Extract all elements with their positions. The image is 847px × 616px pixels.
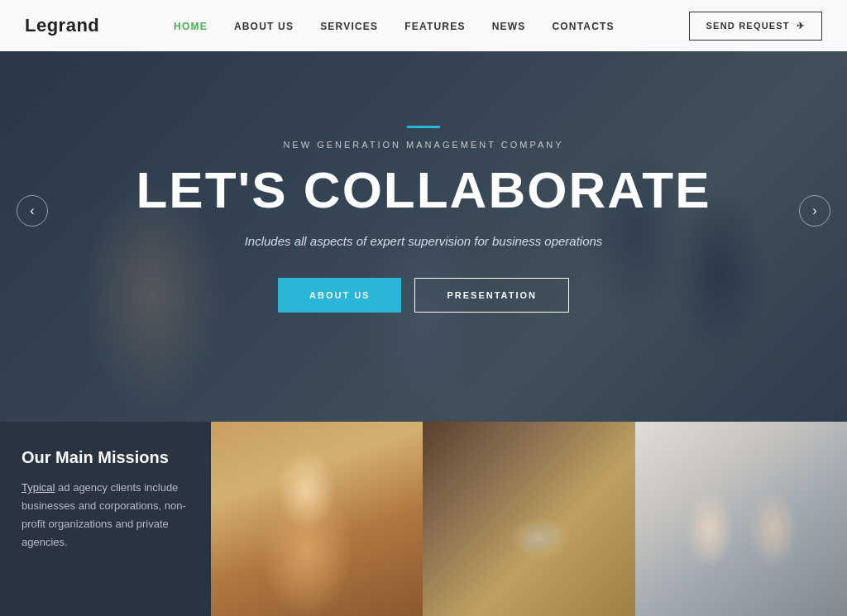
photo-woman-phone — [211, 422, 423, 616]
nav-item-news[interactable]: NEWS — [492, 18, 526, 33]
navbar: Legrand HOME ABOUT US SERVICES FEATURES … — [0, 0, 847, 51]
nav-link-home[interactable]: HOME — [174, 21, 208, 32]
photo-handshake — [635, 422, 847, 616]
hero-cta-group: ABOUT US PRESENTATION — [278, 278, 569, 313]
brand-logo[interactable]: Legrand — [25, 15, 99, 36]
nav-item-about[interactable]: ABOUT US — [234, 18, 294, 33]
photo-woman-bg — [211, 422, 423, 616]
send-request-label: SEND REQUEST — [706, 21, 790, 31]
nav-link-contacts[interactable]: CONTACTS — [552, 21, 614, 32]
nav-link-about[interactable]: ABOUT US — [234, 21, 294, 32]
photo-watch-bg — [423, 422, 634, 616]
chevron-left-icon: ‹ — [30, 203, 34, 218]
send-icon: ✈ — [797, 21, 805, 31]
hero-description: Includes all aspects of expert supervisi… — [245, 234, 603, 248]
nav-item-home[interactable]: HOME — [174, 18, 208, 33]
bottom-section: Our Main Missions Typical ad agency clie… — [0, 422, 847, 616]
missions-title: Our Main Missions — [22, 448, 189, 467]
photo-handshake-bg — [635, 422, 847, 616]
carousel-next-button[interactable]: › — [799, 195, 830, 227]
missions-text: Typical ad agency clients include busine… — [22, 479, 189, 552]
hero-section: ‹ › NEW GENERATION MANAGEMENT COMPANY LE… — [0, 0, 847, 422]
nav-item-contacts[interactable]: CONTACTS — [552, 18, 614, 33]
missions-panel: Our Main Missions Typical ad agency clie… — [0, 422, 211, 616]
photo-grid — [211, 422, 847, 616]
about-us-button[interactable]: ABOUT US — [278, 278, 401, 313]
hero-content: NEW GENERATION MANAGEMENT COMPANY LET'S … — [0, 0, 847, 422]
nav-links: HOME ABOUT US SERVICES FEATURES NEWS CON… — [174, 18, 615, 33]
hero-subtitle: NEW GENERATION MANAGEMENT COMPANY — [283, 140, 563, 150]
presentation-button[interactable]: PRESENTATION — [414, 278, 569, 313]
nav-link-news[interactable]: NEWS — [492, 21, 526, 32]
nav-item-features[interactable]: FEATURES — [404, 18, 465, 33]
hero-title: LET'S COLLABORATE — [136, 163, 711, 217]
carousel-prev-button[interactable]: ‹ — [17, 195, 48, 227]
hero-accent-line — [407, 126, 440, 128]
photo-watch-camera — [423, 422, 634, 616]
missions-text-typical: Typical — [22, 481, 55, 494]
nav-link-features[interactable]: FEATURES — [404, 21, 465, 32]
nav-link-services[interactable]: SERVICES — [320, 21, 378, 32]
chevron-right-icon: › — [812, 203, 816, 218]
nav-item-services[interactable]: SERVICES — [320, 18, 378, 33]
send-request-button[interactable]: SEND REQUEST ✈ — [689, 12, 822, 41]
